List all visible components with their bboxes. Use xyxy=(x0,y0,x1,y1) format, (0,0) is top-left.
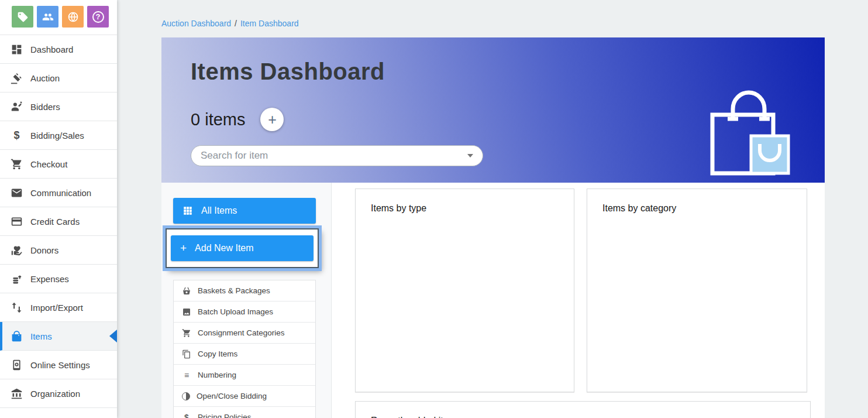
add-new-item-button[interactable]: + Add New Item xyxy=(171,235,314,261)
envelope-icon xyxy=(11,187,23,199)
all-items-button[interactable]: All Items xyxy=(173,198,316,224)
sidebar-item-label: Organization xyxy=(30,389,80,399)
credit-card-icon xyxy=(11,215,23,228)
sidebar-item-label: Checkout xyxy=(30,159,67,169)
sidebar-item-label: Expenses xyxy=(30,274,69,284)
dropdown-caret-icon xyxy=(467,154,473,157)
add-item-button[interactable]: + xyxy=(260,108,284,131)
coins-icon xyxy=(11,273,23,285)
current-page-arrow xyxy=(109,330,117,342)
menu-item-baskets-packages[interactable]: Baskets & Packages xyxy=(174,280,315,301)
menu-item-label: Baskets & Packages xyxy=(198,286,270,295)
sidebar-item-label: Items xyxy=(30,331,52,341)
tag-icon xyxy=(17,11,29,23)
quick-toolbar: ? xyxy=(12,6,109,28)
menu-item-label: Open/Close Bidding xyxy=(197,392,267,400)
items-by-category-panel: Items by category xyxy=(587,189,807,392)
sidebar-item-label: Donors xyxy=(30,245,58,255)
item-tools-menu: Baskets & Packages Batch Upload Images C… xyxy=(173,280,316,418)
items-quicklinks-column: All Items + Add New Item Baskets & Packa… xyxy=(161,183,332,418)
breadcrumb-link-item-dashboard[interactable]: Item Dashboard xyxy=(240,19,299,28)
page-title: Items Dashboard xyxy=(191,59,385,85)
plus-icon: + xyxy=(180,242,187,255)
organization-icon xyxy=(11,388,23,400)
help-icon: ? xyxy=(92,11,104,23)
add-new-item-label: Add New Item xyxy=(195,243,253,253)
item-search-select[interactable] xyxy=(191,145,483,166)
menu-item-consignment-categories[interactable]: Consignment Categories xyxy=(174,323,315,344)
gavel-icon xyxy=(11,72,23,84)
half-circle-icon xyxy=(182,392,190,400)
sidebar-item-bidding-sales[interactable]: $ Bidding/Sales xyxy=(0,121,117,150)
sidebar-item-label: Credit Cards xyxy=(30,217,80,227)
menu-item-label: Copy Items xyxy=(198,350,237,358)
help-button[interactable]: ? xyxy=(87,6,109,28)
sidebar-item-label: Auction xyxy=(30,73,60,83)
add-new-item-spotlight: + Add New Item xyxy=(166,228,319,268)
menu-item-label: Pricing Policies xyxy=(198,413,252,418)
globe-icon xyxy=(67,11,79,23)
panel-title: Recently added items xyxy=(371,416,461,418)
sidebar-item-import-export[interactable]: Import/Export xyxy=(0,293,117,322)
users-button[interactable] xyxy=(37,6,58,28)
app-sidebar: ? Dashboard Auction Bidders $ Bidding/Sa… xyxy=(0,0,117,418)
all-items-label: All Items xyxy=(201,205,237,216)
menu-item-copy-items[interactable]: Copy Items xyxy=(174,344,315,365)
sidebar-item-bidders[interactable]: Bidders xyxy=(0,92,117,121)
menu-item-numbering[interactable]: ≡ Numbering xyxy=(174,365,315,386)
menu-item-label: Batch Upload Images xyxy=(198,307,273,316)
sidebar-item-expenses[interactable]: Expenses xyxy=(0,265,117,293)
sidebar-item-organization[interactable]: Organization xyxy=(0,379,117,408)
cart-icon xyxy=(182,328,191,338)
menu-item-batch-upload-images[interactable]: Batch Upload Images xyxy=(174,301,315,323)
sidebar-item-online-settings[interactable]: Online Settings xyxy=(0,351,117,379)
menu-item-pricing-policies[interactable]: $ Pricing Policies xyxy=(174,407,315,418)
dollar-icon: $ xyxy=(182,413,191,418)
image-icon xyxy=(182,307,191,317)
panel-title: Items by type xyxy=(371,203,426,214)
panel-title: Items by category xyxy=(602,203,676,214)
hero-banner: Items Dashboard 0 items + xyxy=(161,37,825,183)
people-icon xyxy=(42,11,54,23)
items-by-type-panel: Items by type xyxy=(355,189,574,392)
recently-added-items-panel: Recently added items xyxy=(355,401,811,418)
sidebar-item-label: Online Settings xyxy=(30,360,90,370)
shopping-bag-icon xyxy=(11,330,23,342)
sidebar-item-auction[interactable]: Auction xyxy=(0,64,117,92)
main-nav: Dashboard Auction Bidders $ Bidding/Sale… xyxy=(0,35,117,408)
sidebar-item-label: Communication xyxy=(30,188,91,198)
dashboard-icon xyxy=(11,43,23,56)
cart-icon xyxy=(11,158,23,170)
sidebar-item-label: Dashboard xyxy=(30,44,73,54)
import-export-icon xyxy=(11,301,23,314)
content-panel: All Items + Add New Item Baskets & Packa… xyxy=(161,183,825,418)
basket-icon xyxy=(182,286,191,296)
grid-icon xyxy=(182,205,193,216)
tags-button[interactable] xyxy=(12,6,33,28)
breadcrumb-link-auction-dashboard[interactable]: Auction Dashboard xyxy=(161,19,231,28)
item-count: 0 items xyxy=(191,110,245,129)
breadcrumb: Auction Dashboard/Item Dashboard xyxy=(161,19,299,28)
item-count-row: 0 items + xyxy=(191,108,284,131)
sidebar-item-label: Import/Export xyxy=(30,303,83,313)
copy-icon xyxy=(182,350,191,359)
sidebar-item-checkout[interactable]: Checkout xyxy=(0,150,117,179)
sidebar-item-donors[interactable]: Donors xyxy=(0,236,117,265)
sidebar-item-dashboard[interactable]: Dashboard xyxy=(0,35,117,64)
sidebar-item-communication[interactable]: Communication xyxy=(0,179,117,207)
sidebar-item-credit-cards[interactable]: Credit Cards xyxy=(0,207,117,236)
sidebar-item-label: Bidders xyxy=(30,102,60,112)
menu-item-label: Numbering xyxy=(198,371,236,379)
shopping-bags-illustration xyxy=(705,82,793,176)
breadcrumb-separator: / xyxy=(235,19,237,28)
menu-item-label: Consignment Categories xyxy=(198,328,285,337)
device-gear-icon xyxy=(11,359,23,371)
sidebar-item-label: Bidding/Sales xyxy=(30,131,84,141)
dollar-icon: $ xyxy=(11,129,23,142)
bidder-icon xyxy=(11,101,23,113)
numbered-list-icon: ≡ xyxy=(182,371,191,380)
sidebar-item-items[interactable]: Items xyxy=(0,322,117,351)
website-button[interactable] xyxy=(62,6,84,28)
search-input[interactable] xyxy=(201,150,467,162)
menu-item-open-close-bidding[interactable]: Open/Close Bidding xyxy=(174,386,315,407)
